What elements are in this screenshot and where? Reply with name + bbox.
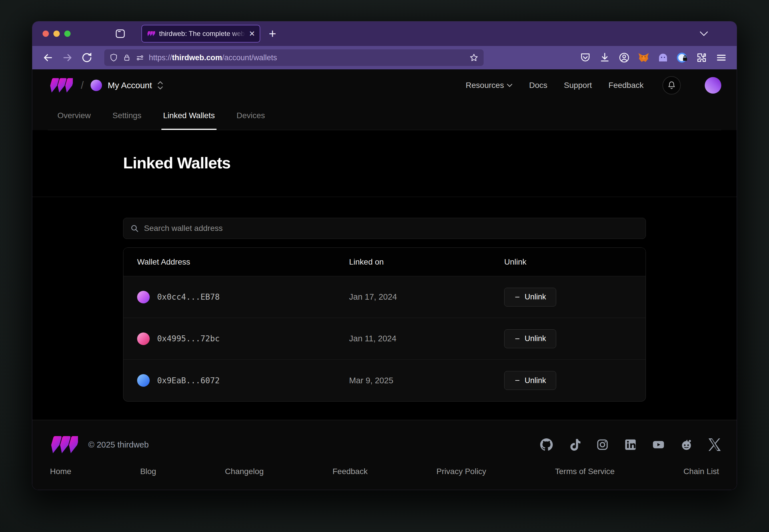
footer-link-chain-list[interactable]: Chain List — [683, 467, 719, 476]
metamask-icon[interactable] — [638, 52, 649, 63]
nav-support[interactable]: Support — [564, 81, 592, 90]
browser-tab-active[interactable]: thirdweb: The complete web3 d ✕ — [141, 25, 260, 43]
wallet-address: 0x0cc4...EB78 — [157, 292, 220, 302]
tab-overview[interactable]: Overview — [56, 101, 92, 130]
browser-tabstrip: thirdweb: The complete web3 d ✕ + — [32, 21, 737, 46]
minus-icon — [514, 336, 520, 342]
minimize-window-button[interactable] — [53, 31, 60, 37]
notifications-button[interactable] — [663, 76, 681, 94]
wallet-cell: 0x4995...72bc — [137, 333, 349, 345]
wallet-cell: 0x0cc4...EB78 — [137, 291, 349, 303]
search-input[interactable] — [144, 224, 639, 233]
unlink-button[interactable]: Unlink — [504, 329, 556, 348]
copyright: © 2025 thirdweb — [88, 440, 149, 450]
bell-icon — [667, 81, 676, 90]
wallet-avatar — [137, 333, 150, 345]
tab-list-chevron-icon[interactable] — [700, 31, 708, 36]
bookmark-star-icon[interactable] — [469, 53, 478, 62]
pocket-icon[interactable] — [580, 52, 591, 63]
password-manager-icon[interactable] — [677, 52, 688, 63]
permissions-icon[interactable] — [136, 53, 144, 62]
unlink-button[interactable]: Unlink — [504, 371, 556, 390]
extensions-puzzle-icon[interactable] — [696, 52, 708, 63]
table-header: Wallet Address Linked on Unlink — [123, 248, 646, 276]
instagram-icon[interactable] — [596, 438, 609, 451]
thirdweb-favicon — [146, 30, 155, 37]
account-icon[interactable] — [619, 52, 630, 63]
account-tabs: Overview Settings Linked Wallets Devices — [48, 101, 721, 130]
minus-icon — [514, 377, 520, 384]
new-tab-button[interactable]: + — [269, 27, 276, 40]
nav-feedback[interactable]: Feedback — [609, 81, 644, 90]
unlink-button[interactable]: Unlink — [504, 288, 556, 307]
tiktok-icon[interactable] — [568, 438, 581, 451]
linked-on-date: Mar 9, 2025 — [349, 376, 504, 385]
reddit-icon[interactable] — [680, 438, 693, 451]
wallet-search[interactable] — [123, 218, 646, 239]
minus-icon — [514, 294, 520, 300]
table-row: 0x4995...72bc Jan 11, 2024 Unlink — [123, 318, 646, 360]
tab-close-icon[interactable]: ✕ — [249, 30, 255, 37]
title-band: Linked Wallets — [32, 130, 737, 197]
table-row: 0x9EaB...6072 Mar 9, 2025 Unlink — [123, 360, 646, 401]
table-row: 0x0cc4...EB78 Jan 17, 2024 Unlink — [123, 276, 646, 318]
wallets-table: Wallet Address Linked on Unlink 0x0cc4..… — [123, 247, 646, 402]
youtube-icon[interactable] — [652, 438, 665, 451]
tab-settings[interactable]: Settings — [111, 101, 143, 130]
url-bar[interactable]: https://thirdweb.com/account/wallets — [104, 49, 484, 66]
tab-devices[interactable]: Devices — [235, 101, 267, 130]
back-button[interactable] — [42, 52, 54, 64]
footer-link-changelog[interactable]: Changelog — [225, 467, 264, 476]
footer-link-terms-of-service[interactable]: Terms of Service — [555, 467, 615, 476]
browser-window: thirdweb: The complete web3 d ✕ + https:… — [32, 21, 737, 490]
tab-linked-wallets[interactable]: Linked Wallets — [161, 101, 217, 130]
header-nav: Resources Docs Support Feedback — [466, 76, 721, 94]
footer-link-feedback[interactable]: Feedback — [333, 467, 368, 476]
close-window-button[interactable] — [43, 31, 49, 37]
col-linked-on: Linked on — [349, 257, 504, 267]
tracking-shield-icon[interactable] — [109, 53, 118, 62]
firefox-view-icon[interactable] — [114, 28, 126, 39]
user-avatar[interactable] — [705, 77, 721, 94]
maximize-window-button[interactable] — [64, 31, 70, 37]
thirdweb-logo[interactable] — [48, 78, 73, 93]
linkedin-icon[interactable] — [624, 438, 637, 451]
nav-resources[interactable]: Resources — [466, 81, 512, 90]
wallet-address: 0x9EaB...6072 — [157, 376, 220, 385]
footer-link-blog[interactable]: Blog — [140, 467, 156, 476]
thirdweb-footer-logo[interactable] — [48, 436, 78, 454]
lock-icon[interactable] — [122, 53, 131, 62]
menu-hamburger-icon[interactable] — [716, 52, 727, 63]
page-content: / My Account Resources Docs Support Feed… — [32, 69, 737, 490]
linked-on-date: Jan 17, 2024 — [349, 292, 504, 302]
footer-link-home[interactable]: Home — [50, 467, 71, 476]
traffic-lights — [43, 31, 70, 37]
nav-docs[interactable]: Docs — [529, 81, 547, 90]
site-footer: © 2025 thirdweb Home Blog Changelog Feed… — [32, 420, 737, 490]
tab-title: thirdweb: The complete web3 d — [159, 30, 247, 38]
footer-links: Home Blog Changelog Feedback Privacy Pol… — [48, 467, 721, 476]
wallet-address: 0x4995...72bc — [157, 334, 220, 343]
account-switcher-chevrons-icon[interactable] — [157, 80, 163, 90]
x-icon[interactable] — [708, 438, 721, 451]
search-icon — [130, 224, 139, 233]
toolbar-extensions — [580, 52, 727, 63]
url-text: https://thirdweb.com/account/wallets — [149, 53, 466, 62]
forward-button[interactable] — [61, 52, 73, 64]
site-header: / My Account Resources Docs Support Feed… — [32, 69, 737, 130]
page-title: Linked Wallets — [123, 154, 646, 172]
breadcrumb-separator: / — [81, 79, 84, 91]
wallet-avatar — [137, 291, 150, 303]
account-switcher[interactable]: My Account — [108, 80, 152, 90]
col-wallet-address: Wallet Address — [137, 257, 349, 267]
wallet-cell: 0x9EaB...6072 — [137, 374, 349, 387]
wallet-avatar — [137, 374, 150, 387]
downloads-icon[interactable] — [599, 52, 611, 63]
github-icon[interactable] — [540, 438, 553, 451]
reload-button[interactable] — [81, 52, 93, 64]
footer-link-privacy-policy[interactable]: Privacy Policy — [436, 467, 486, 476]
linked-on-date: Jan 11, 2024 — [349, 334, 504, 343]
social-links — [540, 438, 721, 451]
main-area: Wallet Address Linked on Unlink 0x0cc4..… — [32, 197, 737, 402]
phantom-ghost-icon[interactable] — [657, 52, 669, 63]
